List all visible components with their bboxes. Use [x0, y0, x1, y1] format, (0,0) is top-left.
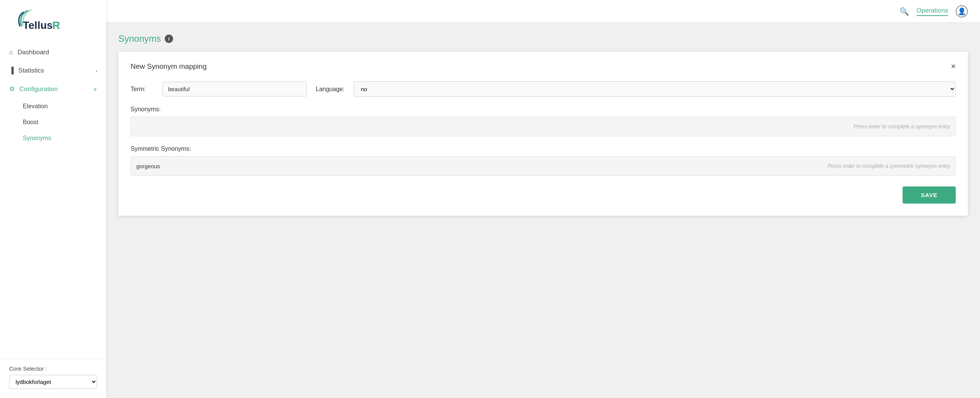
page-header: Synonyms i: [118, 33, 968, 44]
modal-card: New Synonym mapping × Term: Language: no…: [118, 52, 968, 216]
sym-synonyms-label: Symmetric Synonyms:: [130, 145, 956, 152]
modal-title: New Synonym mapping: [130, 62, 207, 71]
bar-chart-icon: ▐: [9, 67, 14, 75]
close-button[interactable]: ×: [951, 62, 956, 71]
synonyms-section: Synonyms: Press enter to complete a syno…: [130, 106, 956, 136]
sidebar-item-dashboard-label: Dashboard: [18, 49, 49, 56]
info-icon[interactable]: i: [165, 35, 173, 43]
symmetric-synonyms-section: Symmetric Synonyms: Press enter to compl…: [130, 145, 956, 176]
page-title: Synonyms: [118, 33, 161, 44]
search-icon[interactable]: 🔍: [899, 7, 909, 16]
sidebar-item-configuration-label: Configuration: [19, 86, 58, 93]
sidebar-item-configuration[interactable]: ⚙ Configuration ∨: [0, 80, 106, 99]
language-select[interactable]: no en de fr: [354, 81, 956, 97]
sidebar: Tellus R ⌂ Dashboard ▐ Statistics › ⚙ Co…: [0, 0, 106, 398]
term-label: Term:: [130, 86, 153, 93]
chevron-down-icon: ∨: [93, 86, 97, 92]
main-area: 🔍 Operations 👤 Synonyms i New Synonym ma…: [106, 0, 980, 398]
core-selector-label: Core Selector :: [9, 365, 97, 372]
sidebar-item-synonyms[interactable]: Synonyms: [0, 130, 106, 146]
sidebar-item-boost[interactable]: Boost: [0, 114, 106, 130]
synonyms-input-area[interactable]: Press enter to complete a synonym entry: [130, 116, 956, 136]
sidebar-item-dashboard[interactable]: ⌂ Dashboard: [0, 43, 106, 62]
logo-icon: Tellus R: [9, 9, 62, 36]
sym-synonyms-placeholder-hint: Press enter to complete a symmetric syno…: [828, 163, 950, 169]
chevron-right-icon: ›: [95, 68, 97, 74]
sidebar-item-statistics[interactable]: ▐ Statistics ›: [0, 62, 106, 80]
term-language-row: Term: Language: no en de fr: [130, 81, 956, 97]
term-input[interactable]: [162, 82, 307, 97]
page-content: Synonyms i New Synonym mapping × Term: L…: [106, 23, 980, 398]
top-bar: 🔍 Operations 👤: [106, 0, 980, 23]
synonyms-placeholder-hint: Press enter to complete a synonym entry: [854, 123, 950, 129]
modal-footer: SAVE: [130, 186, 956, 204]
sym-synonyms-input-area[interactable]: Press enter to complete a symmetric syno…: [130, 156, 956, 176]
sidebar-item-synonyms-label: Synonyms: [23, 135, 51, 141]
svg-text:R: R: [52, 19, 60, 31]
core-selector-section: Core Selector : lydbokforlaget: [0, 359, 106, 398]
account-icon[interactable]: 👤: [956, 5, 968, 18]
sidebar-item-elevation[interactable]: Elevation: [0, 99, 106, 114]
core-selector-select[interactable]: lydbokforlaget: [9, 375, 97, 389]
sidebar-item-elevation-label: Elevation: [23, 103, 48, 109]
sidebar-item-statistics-label: Statistics: [18, 67, 44, 75]
home-icon: ⌂: [9, 49, 13, 56]
gear-icon: ⚙: [9, 85, 15, 93]
synonyms-label: Synonyms:: [130, 106, 956, 113]
operations-link[interactable]: Operations: [916, 7, 948, 16]
modal-header: New Synonym mapping ×: [130, 62, 956, 71]
svg-text:Tellus: Tellus: [23, 19, 53, 31]
sidebar-item-boost-label: Boost: [23, 119, 38, 125]
synonyms-input[interactable]: [136, 123, 950, 130]
logo-area: Tellus R: [0, 0, 106, 43]
language-label: Language:: [316, 86, 345, 93]
save-button[interactable]: SAVE: [902, 186, 956, 204]
